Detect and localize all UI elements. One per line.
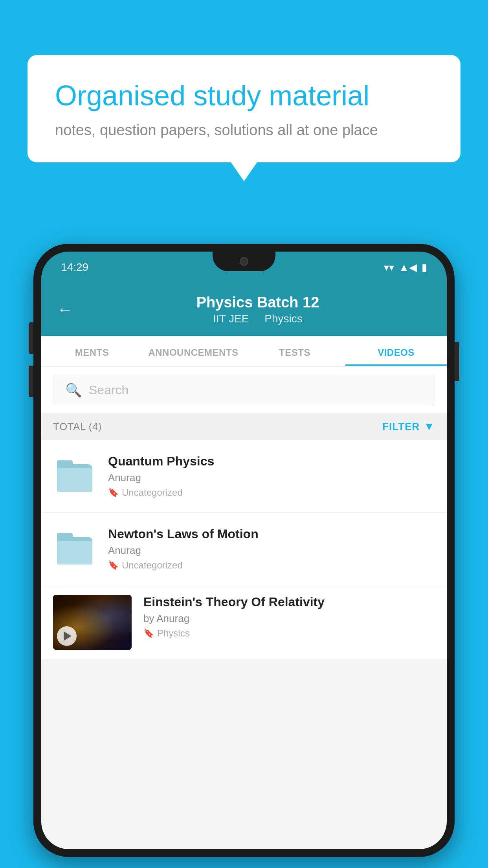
- speech-bubble-container: Organised study material notes, question…: [28, 55, 460, 162]
- tag-label: Physics: [157, 628, 190, 639]
- video-item-author: Anurag: [108, 472, 435, 484]
- video-item-info: Quantum Physics Anurag 🔖 Uncategorized: [108, 454, 435, 498]
- folder-icon: [57, 533, 92, 565]
- back-button[interactable]: ←: [57, 301, 73, 318]
- phone-camera: [240, 257, 248, 266]
- tab-tests[interactable]: TESTS: [244, 336, 345, 366]
- speech-bubble: Organised study material notes, question…: [28, 55, 460, 162]
- video-item-tag: 🔖 Physics: [143, 628, 435, 639]
- power-button: [455, 342, 459, 381]
- signal-icon: ▲◀: [399, 261, 417, 274]
- list-item[interactable]: Newton's Laws of Motion Anurag 🔖 Uncateg…: [41, 513, 447, 585]
- status-bar: 14:29 ▾▾ ▲◀ ▮: [41, 252, 447, 283]
- video-item-title: Einstein's Theory Of Relativity: [143, 595, 435, 609]
- search-icon: 🔍: [65, 382, 82, 398]
- einstein-info: Einstein's Theory Of Relativity by Anura…: [143, 595, 435, 639]
- tag-label: Uncategorized: [122, 560, 183, 571]
- volume-down-button: [29, 366, 33, 397]
- folder-thumbnail: [53, 454, 96, 498]
- tabs-bar: MENTS ANNOUNCEMENTS TESTS VIDEOS: [41, 336, 447, 367]
- search-placeholder: Search: [89, 383, 128, 397]
- filter-label: FILTER: [382, 421, 420, 433]
- filter-button[interactable]: FILTER ▼: [382, 420, 435, 433]
- status-time: 14:29: [61, 261, 88, 274]
- status-icons: ▾▾ ▲◀ ▮: [384, 261, 427, 274]
- filter-icon: ▼: [424, 420, 435, 433]
- tab-announcements[interactable]: ANNOUNCEMENTS: [143, 336, 244, 366]
- folder-front: [57, 541, 92, 565]
- video-item-title: Quantum Physics: [108, 454, 435, 469]
- tag-icon: 🔖: [143, 628, 154, 638]
- header-subtitle-iitjee: IIT JEE: [213, 313, 249, 325]
- video-item-tag: 🔖 Uncategorized: [108, 487, 435, 498]
- list-item[interactable]: Einstein's Theory Of Relativity by Anura…: [41, 585, 447, 660]
- app-header: ← Physics Batch 12 IIT JEE Physics: [41, 283, 447, 336]
- video-item-tag: 🔖 Uncategorized: [108, 560, 435, 571]
- video-item-author: by Anurag: [143, 612, 435, 625]
- video-list: Quantum Physics Anurag 🔖 Uncategorized: [41, 440, 447, 660]
- video-thumbnail: [53, 595, 132, 650]
- play-triangle-icon: [64, 631, 72, 641]
- phone-screen: ← Physics Batch 12 IIT JEE Physics MENTS…: [41, 283, 447, 849]
- folder-front: [57, 468, 92, 492]
- header-title: Physics Batch 12: [84, 294, 431, 311]
- speech-bubble-title: Organised study material: [55, 79, 433, 112]
- tag-icon: 🔖: [108, 487, 119, 498]
- speech-bubble-subtitle: notes, question papers, solutions all at…: [55, 122, 433, 139]
- phone-mockup: 14:29 ▾▾ ▲◀ ▮ ← Physics Batch 12 IIT JEE: [33, 244, 455, 868]
- wifi-icon: ▾▾: [384, 261, 394, 274]
- list-item[interactable]: Quantum Physics Anurag 🔖 Uncategorized: [41, 440, 447, 513]
- tag-icon: 🔖: [108, 560, 119, 570]
- search-box[interactable]: 🔍 Search: [53, 375, 435, 405]
- header-subtitle-physics: Physics: [264, 313, 302, 325]
- battery-icon: ▮: [422, 261, 427, 274]
- search-container: 🔍 Search: [41, 367, 447, 413]
- video-item-title: Newton's Laws of Motion: [108, 527, 435, 541]
- phone-notch: [213, 252, 275, 271]
- folder-thumbnail: [53, 527, 96, 570]
- header-title-area: Physics Batch 12 IIT JEE Physics: [84, 294, 431, 325]
- filter-bar: TOTAL (4) FILTER ▼: [41, 413, 447, 440]
- video-item-author: Anurag: [108, 544, 435, 557]
- volume-up-button: [29, 322, 33, 354]
- tab-ments[interactable]: MENTS: [41, 336, 143, 366]
- tag-label: Uncategorized: [122, 487, 183, 498]
- video-item-info: Newton's Laws of Motion Anurag 🔖 Uncateg…: [108, 527, 435, 571]
- play-button[interactable]: [57, 626, 77, 646]
- folder-icon: [57, 460, 92, 492]
- total-count: TOTAL (4): [53, 421, 102, 433]
- tab-videos[interactable]: VIDEOS: [345, 336, 447, 366]
- header-subtitle: IIT JEE Physics: [84, 313, 431, 325]
- phone-outer: 14:29 ▾▾ ▲◀ ▮ ← Physics Batch 12 IIT JEE: [33, 244, 455, 857]
